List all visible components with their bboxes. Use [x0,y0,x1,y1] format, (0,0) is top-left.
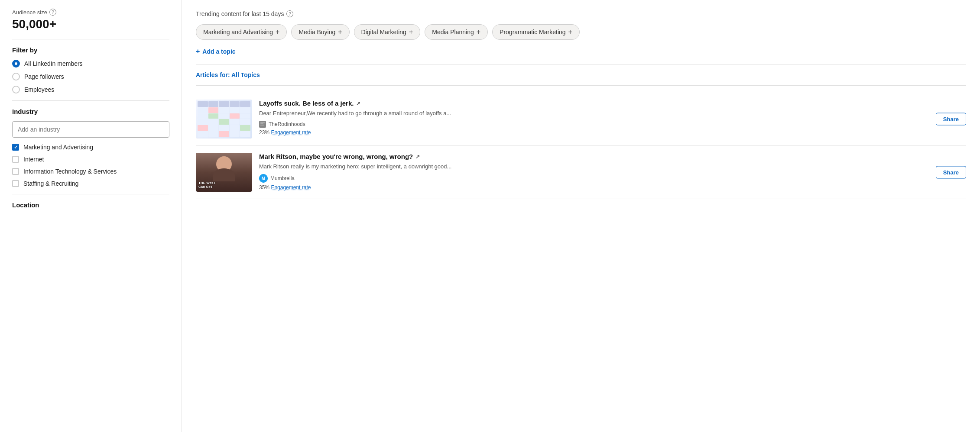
topic-tag-marketing[interactable]: Marketing and Advertising + [196,24,287,40]
article-1-source-name: TheRodinhoods [269,121,305,127]
industry-item-staffing[interactable]: Staffing & Recruiting [12,180,169,187]
checkbox-marketing[interactable] [12,144,19,151]
thumb-person-text: THE WesTCan GeT [198,181,215,189]
topic-tag-digital-marketing[interactable]: Digital Marketing + [354,24,421,40]
filter-page-followers-label: Page followers [24,73,64,80]
industry-input-wrapper[interactable] [12,121,169,138]
article-1-external-link-icon: ↗ [356,100,360,106]
cell [219,119,229,125]
topic-tags: Marketing and Advertising + Media Buying… [196,24,966,40]
thumb-person: THE WesTCan GeT [196,153,252,192]
svg-text:M: M [262,176,265,181]
topic-tag-programmatic[interactable]: Programmatic Marketing + [492,24,580,40]
article-1-engagement: 23% Engagement rate [259,129,966,135]
cell [240,131,250,137]
topic-media-planning-plus: + [477,28,480,36]
cell [198,101,208,107]
industry-item-it[interactable]: Information Technology & Services [12,168,169,175]
cell [198,107,208,113]
article-2-external-link-icon: ↗ [415,154,420,160]
articles-for-topic: All Topics [231,71,260,78]
trending-header: Trending content for last 15 days ? [196,10,966,17]
cell [240,113,250,119]
divider-3 [12,194,169,194]
topic-tag-media-buying[interactable]: Media Buying + [291,24,349,40]
article-card-2: THE WesTCan GeT Mark Ritson, maybe you'r… [196,146,966,199]
article-1-excerpt: Dear Entrepreneur,We recently had to go … [259,110,966,117]
filter-page-followers[interactable]: Page followers [12,73,169,81]
article-1-content: Layoffs suck. Be less of a jerk. ↗ Dear … [259,100,966,135]
thumb-spreadsheet [196,100,252,139]
add-topic-button[interactable]: + Add a topic [196,48,236,55]
audience-size-text: Audience size [12,9,47,16]
cell [219,113,229,119]
industry-item-internet[interactable]: Internet [12,156,169,163]
filter-all-linkedin[interactable]: All LinkedIn members [12,60,169,68]
article-2-share-button[interactable]: Share [936,166,966,179]
right-divider-2 [196,85,966,86]
cell [230,113,240,119]
audience-size-help-icon[interactable]: ? [49,9,56,16]
article-1-share-button[interactable]: Share [936,113,966,126]
article-1-source: TheRodinhoods [259,121,966,128]
industry-list: Marketing and Advertising Internet Infor… [12,144,169,187]
checkbox-internet[interactable] [12,156,19,163]
article-1-title-text: Layoffs suck. Be less of a jerk. [259,100,354,107]
left-panel: Audience size ? 50,000+ Filter by All Li… [0,0,182,432]
topic-media-buying-label: Media Buying [299,29,335,35]
article-2-engagement-rate[interactable]: Engagement rate [271,184,311,190]
cell [230,119,240,125]
cell [219,131,229,137]
filter-all-linkedin-label: All LinkedIn members [24,60,83,67]
article-2-content: Mark Ritson, maybe you're wrong, wrong, … [259,153,966,190]
cell [240,125,250,131]
cell [208,101,219,107]
industry-search-input[interactable] [18,126,164,133]
location-title: Location [12,201,169,209]
cell [219,107,229,113]
cell [230,107,240,113]
cell [240,101,250,107]
radio-employees[interactable] [12,86,20,93]
article-card-1: Layoffs suck. Be less of a jerk. ↗ Dear … [196,93,966,146]
cell [198,125,208,131]
radio-all-linkedin[interactable] [12,60,20,68]
filter-employees[interactable]: Employees [12,86,169,93]
topic-digital-marketing-label: Digital Marketing [361,29,406,35]
industry-staffing-label: Staffing & Recruiting [23,180,78,187]
topic-programmatic-label: Programmatic Marketing [500,29,566,35]
filter-employees-label: Employees [24,86,54,93]
cell [219,125,229,131]
article-2-source-icon: M [259,174,268,183]
trending-help-icon[interactable]: ? [286,10,293,17]
topic-tag-media-planning[interactable]: Media Planning + [425,24,488,40]
article-1-title: Layoffs suck. Be less of a jerk. ↗ [259,100,966,107]
trending-label: Trending content for last 15 days [196,10,284,17]
svg-rect-3 [260,125,264,126]
svg-rect-1 [260,123,265,123]
cell [230,125,240,131]
industry-item-marketing[interactable]: Marketing and Advertising [12,144,169,151]
cell [198,113,208,119]
article-1-engagement-rate[interactable]: Engagement rate [271,129,311,135]
article-2-source: M Mumbrella [259,174,966,183]
checkbox-staffing[interactable] [12,180,19,187]
radio-page-followers[interactable] [12,73,20,81]
cell [208,113,219,119]
add-topic-plus-icon: + [196,48,200,55]
article-2-thumbnail: THE WesTCan GeT [196,153,252,192]
article-1-thumbnail [196,100,252,139]
checkbox-it[interactable] [12,168,19,175]
industry-marketing-label: Marketing and Advertising [23,144,93,151]
article-2-title: Mark Ritson, maybe you're wrong, wrong, … [259,153,966,160]
topic-digital-marketing-plus: + [409,28,413,36]
right-divider-1 [196,64,966,64]
industry-internet-label: Internet [23,156,44,163]
topic-media-buying-plus: + [338,28,342,36]
divider-2 [12,100,169,101]
article-2-engagement: 35% Engagement rate [259,184,966,190]
filter-options: All LinkedIn members Page followers Empl… [12,60,169,93]
article-2-source-name: Mumbrella [270,175,295,181]
topic-marketing-label: Marketing and Advertising [203,29,273,35]
cell [230,131,240,137]
